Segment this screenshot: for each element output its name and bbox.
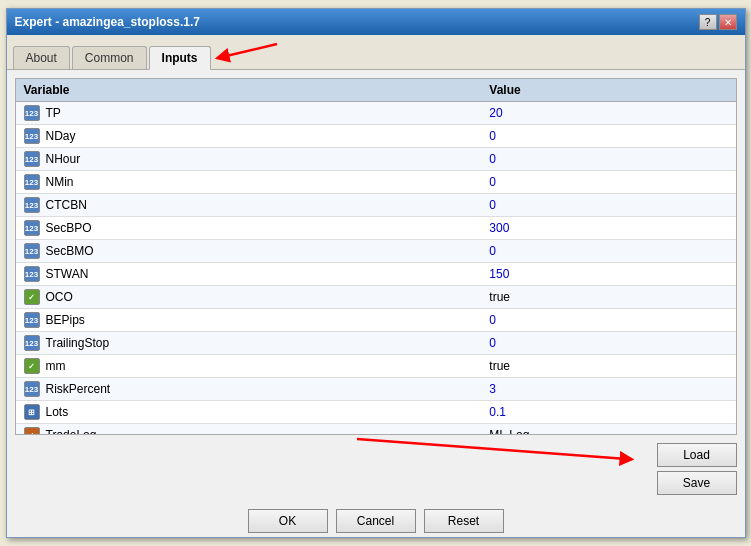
variable-cell: 123TrailingStop bbox=[16, 332, 482, 355]
value-cell: 0 bbox=[481, 332, 735, 355]
variable-name: RiskPercent bbox=[46, 382, 111, 396]
table-row[interactable]: 123TrailingStop0 bbox=[16, 332, 736, 355]
variable-icon: 123 bbox=[24, 174, 40, 190]
table-row[interactable]: ⊞Lots0.1 bbox=[16, 401, 736, 424]
table-row[interactable]: 123CTCBN0 bbox=[16, 194, 736, 217]
variable-cell: 123BEPips bbox=[16, 309, 482, 332]
table-row[interactable]: ✓OCOtrue bbox=[16, 286, 736, 309]
variable-icon: 123 bbox=[24, 381, 40, 397]
value-cell: 150 bbox=[481, 263, 735, 286]
tab-inputs[interactable]: Inputs bbox=[149, 46, 211, 70]
arrow-to-save bbox=[357, 429, 657, 469]
value-cell: 3 bbox=[481, 378, 735, 401]
footer-buttons: OK Cancel Reset bbox=[7, 503, 745, 537]
variable-name: OCO bbox=[46, 290, 73, 304]
variable-name: NDay bbox=[46, 129, 76, 143]
variable-cell: 123NMin bbox=[16, 171, 482, 194]
variable-icon: ✓ bbox=[24, 289, 40, 305]
variable-cell: ✓OCO bbox=[16, 286, 482, 309]
table-row[interactable]: 123NMin0 bbox=[16, 171, 736, 194]
variable-icon: 123 bbox=[24, 128, 40, 144]
variable-name: mm bbox=[46, 359, 66, 373]
title-bar-buttons: ? ✕ bbox=[699, 14, 737, 30]
col-value: Value bbox=[481, 79, 735, 102]
variable-cell: ✓mm bbox=[16, 355, 482, 378]
variable-cell: 123CTCBN bbox=[16, 194, 482, 217]
value-cell: true bbox=[481, 355, 735, 378]
tab-common[interactable]: Common bbox=[72, 46, 147, 69]
help-button[interactable]: ? bbox=[699, 14, 717, 30]
variable-cell: 123NHour bbox=[16, 148, 482, 171]
main-window: Expert - amazingea_stoploss.1.7 ? ✕ Abou… bbox=[6, 8, 746, 538]
value-cell: 300 bbox=[481, 217, 735, 240]
variables-table-container: Variable Value 123TP20123NDay0123NHour01… bbox=[15, 78, 737, 435]
variable-icon: 123 bbox=[24, 312, 40, 328]
table-row[interactable]: ✓mmtrue bbox=[16, 355, 736, 378]
table-row[interactable]: 123BEPips0 bbox=[16, 309, 736, 332]
variable-name: SecBMO bbox=[46, 244, 94, 258]
value-cell: 0.1 bbox=[481, 401, 735, 424]
variable-icon: ab bbox=[24, 427, 40, 435]
variable-cell: 123NDay bbox=[16, 125, 482, 148]
variable-name: CTCBN bbox=[46, 198, 87, 212]
title-bar: Expert - amazingea_stoploss.1.7 ? ✕ bbox=[7, 9, 745, 35]
value-cell: true bbox=[481, 286, 735, 309]
variable-icon: 123 bbox=[24, 105, 40, 121]
variable-name: NMin bbox=[46, 175, 74, 189]
svg-line-1 bbox=[357, 439, 627, 459]
variable-name: Lots bbox=[46, 405, 69, 419]
variable-cell: 123SecBMO bbox=[16, 240, 482, 263]
variable-cell: ⊞Lots bbox=[16, 401, 482, 424]
variable-icon: 123 bbox=[24, 266, 40, 282]
table-row[interactable]: 123STWAN150 bbox=[16, 263, 736, 286]
load-button[interactable]: Load bbox=[657, 443, 737, 467]
window-title: Expert - amazingea_stoploss.1.7 bbox=[15, 15, 200, 29]
table-row[interactable]: 123RiskPercent3 bbox=[16, 378, 736, 401]
variable-cell: 123SecBPO bbox=[16, 217, 482, 240]
variable-icon: ✓ bbox=[24, 358, 40, 374]
close-button[interactable]: ✕ bbox=[719, 14, 737, 30]
variable-icon: ⊞ bbox=[24, 404, 40, 420]
value-cell: 0 bbox=[481, 148, 735, 171]
variable-cell: 123TP bbox=[16, 102, 482, 125]
svg-line-0 bbox=[222, 44, 277, 57]
variable-name: NHour bbox=[46, 152, 81, 166]
variable-name: STWAN bbox=[46, 267, 89, 281]
ok-button[interactable]: OK bbox=[248, 509, 328, 533]
table-row[interactable]: 123SecBPO300 bbox=[16, 217, 736, 240]
variable-icon: 123 bbox=[24, 335, 40, 351]
variable-icon: 123 bbox=[24, 197, 40, 213]
value-cell: 0 bbox=[481, 194, 735, 217]
arrow-to-inputs bbox=[217, 39, 297, 69]
value-cell: 0 bbox=[481, 171, 735, 194]
variable-cell: 123RiskPercent bbox=[16, 378, 482, 401]
table-row[interactable]: 123TP20 bbox=[16, 102, 736, 125]
value-cell: 0 bbox=[481, 309, 735, 332]
value-cell: 20 bbox=[481, 102, 735, 125]
table-row[interactable]: 123NDay0 bbox=[16, 125, 736, 148]
table-row[interactable]: 123SecBMO0 bbox=[16, 240, 736, 263]
action-buttons: Load Save bbox=[657, 443, 737, 495]
value-cell: 0 bbox=[481, 125, 735, 148]
tab-about[interactable]: About bbox=[13, 46, 70, 69]
variable-name: SecBPO bbox=[46, 221, 92, 235]
variable-icon: 123 bbox=[24, 151, 40, 167]
bottom-row: Load Save bbox=[15, 443, 737, 495]
variable-cell: 123STWAN bbox=[16, 263, 482, 286]
tab-bar: About Common Inputs bbox=[7, 35, 745, 70]
variable-icon: 123 bbox=[24, 220, 40, 236]
cancel-button[interactable]: Cancel bbox=[336, 509, 416, 533]
content-area: Variable Value 123TP20123NDay0123NHour01… bbox=[7, 70, 745, 503]
variable-icon: 123 bbox=[24, 243, 40, 259]
table-header-row: Variable Value bbox=[16, 79, 736, 102]
save-button[interactable]: Save bbox=[657, 471, 737, 495]
variable-name: BEPips bbox=[46, 313, 85, 327]
value-cell: 0 bbox=[481, 240, 735, 263]
col-variable: Variable bbox=[16, 79, 482, 102]
variable-name: TrailingStop bbox=[46, 336, 110, 350]
variables-table: Variable Value 123TP20123NDay0123NHour01… bbox=[16, 79, 736, 435]
variable-name: TradeLog bbox=[46, 428, 97, 435]
variable-name: TP bbox=[46, 106, 61, 120]
reset-button[interactable]: Reset bbox=[424, 509, 504, 533]
table-row[interactable]: 123NHour0 bbox=[16, 148, 736, 171]
